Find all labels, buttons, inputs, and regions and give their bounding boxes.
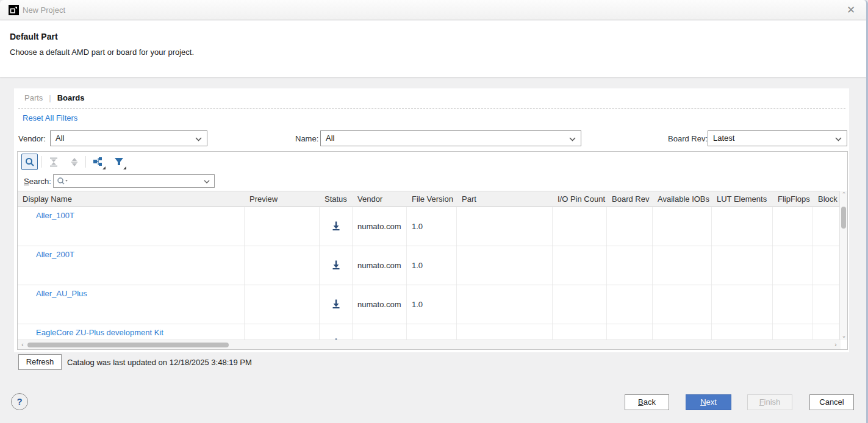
scroll-down-icon[interactable]: ⌄ — [840, 332, 848, 340]
board-rev-cell — [607, 324, 653, 340]
download-icon[interactable] — [331, 221, 341, 230]
help-button[interactable]: ? — [11, 393, 28, 410]
preview-cell — [245, 207, 320, 246]
tab-separator: | — [49, 93, 51, 102]
flipflops-cell — [773, 324, 813, 340]
vertical-scrollbar[interactable]: ⌃ ⌄ — [839, 191, 847, 340]
board-rev-cell — [607, 246, 653, 285]
cancel-button[interactable]: Cancel — [809, 394, 854, 410]
board-rev-select-value: Latest — [713, 133, 734, 143]
name-select[interactable]: All — [320, 130, 581, 146]
column-header-available-iobs[interactable]: Available IOBs — [653, 191, 712, 206]
filter-row: Vendor: All Name: All Board Rev: Latest — [14, 130, 849, 146]
catalog-updated-text: Catalog was last updated on 12/18/2025 3… — [67, 358, 252, 367]
chevron-down-icon — [569, 137, 576, 141]
board-rev-label: Board Rev: — [668, 134, 708, 143]
io-pin-count-cell — [553, 207, 607, 246]
column-header-block-rams[interactable]: Block R — [813, 191, 841, 206]
status-cell — [320, 246, 353, 285]
board-rev-cell — [607, 285, 653, 324]
table-row[interactable]: EagleCore ZU-Plus development Kit — [18, 324, 841, 340]
back-button[interactable]: Back — [625, 394, 669, 410]
page-title: Default Part — [10, 32, 58, 41]
column-header-lut-elements[interactable]: LUT Elements — [712, 191, 773, 206]
tab-parts[interactable]: Parts — [24, 93, 43, 102]
vendor-select-value: All — [56, 133, 64, 143]
preview-cell — [245, 285, 320, 324]
dropdown-corner-triangle — [123, 166, 126, 169]
column-header-status[interactable]: Status — [320, 191, 353, 206]
tab-boards[interactable]: Boards — [57, 93, 85, 102]
column-header-board-rev[interactable]: Board Rev — [607, 191, 653, 206]
lut-elements-cell — [712, 324, 773, 340]
board-name-link[interactable]: EagleCore ZU-Plus development Kit — [36, 328, 163, 337]
column-header-preview[interactable]: Preview — [245, 191, 320, 206]
block-rams-cell — [813, 207, 841, 246]
chevron-down-icon — [195, 137, 202, 141]
close-icon[interactable]: ✕ — [844, 4, 858, 17]
status-cell — [320, 285, 353, 324]
lut-elements-cell — [712, 246, 773, 285]
download-icon[interactable] — [331, 260, 341, 269]
vendor-cell: numato.com — [353, 207, 407, 246]
horizontal-scrollbar[interactable]: ‹ › — [18, 339, 841, 349]
display-name-cell: Aller_200T — [18, 246, 245, 285]
scroll-left-icon[interactable]: ‹ — [18, 341, 27, 349]
table-body: Aller_100T numato.com 1.0 Aller_200T — [18, 207, 841, 340]
board-name-link[interactable]: Aller_200T — [36, 250, 74, 259]
table-row[interactable]: Aller_AU_Plus numato.com 1.0 — [18, 285, 841, 324]
vendor-label: Vendor: — [18, 134, 46, 143]
scroll-right-icon[interactable]: › — [831, 341, 840, 349]
main-panel: Parts|Boards Reset All Filters Vendor: A… — [14, 88, 849, 352]
flipflops-cell — [773, 285, 813, 324]
board-rev-select[interactable]: Latest — [708, 130, 847, 146]
expand-all-button[interactable] — [66, 154, 82, 170]
file-version-value: 1.0 — [412, 261, 423, 270]
table-row[interactable]: Aller_100T numato.com 1.0 — [18, 207, 841, 246]
available-iobs-cell — [653, 246, 712, 285]
file-version-cell: 1.0 — [407, 285, 457, 324]
vendor-cell — [353, 324, 407, 340]
collapse-all-button[interactable] — [45, 154, 62, 170]
column-header-display-name[interactable]: Display Name — [18, 191, 245, 206]
preview-cell — [245, 246, 320, 285]
preview-cell — [245, 324, 320, 340]
board-name-link[interactable]: Aller_100T — [36, 211, 74, 220]
column-header-file-version[interactable]: File Version — [407, 191, 457, 206]
display-name-cell: EagleCore ZU-Plus development Kit — [18, 324, 245, 340]
search-toggle-button[interactable] — [21, 154, 38, 170]
block-rams-cell — [813, 285, 841, 324]
vertical-scrollbar-thumb[interactable] — [841, 207, 846, 229]
dashed-divider — [18, 108, 845, 108]
vendor-value: numato.com — [357, 261, 401, 270]
name-select-value: All — [326, 133, 334, 143]
column-header-part[interactable]: Part — [457, 191, 553, 206]
column-header-vendor[interactable]: Vendor — [353, 191, 407, 206]
wizard-header: Default Part Choose a default AMD part o… — [0, 21, 866, 77]
search-input[interactable] — [53, 174, 215, 188]
column-header-io-pin-count[interactable]: I/O Pin Count — [553, 191, 607, 206]
horizontal-scrollbar-thumb[interactable] — [27, 343, 229, 347]
next-button[interactable]: Next — [686, 394, 731, 410]
vendor-cell: numato.com — [353, 246, 407, 285]
finish-button[interactable]: Finish — [747, 394, 792, 410]
scroll-up-icon[interactable]: ⌃ — [840, 191, 848, 199]
reset-all-filters-link[interactable]: Reset All Filters — [23, 113, 77, 123]
part-cell — [457, 324, 553, 340]
toolbar-separator — [41, 156, 42, 168]
refresh-button[interactable]: Refresh — [18, 354, 62, 370]
download-icon[interactable] — [331, 299, 341, 308]
group-by-button[interactable] — [90, 154, 106, 170]
vendor-value: numato.com — [357, 300, 401, 309]
vendor-select[interactable]: All — [50, 130, 207, 146]
table-row[interactable]: Aller_200T numato.com 1.0 — [18, 246, 841, 285]
file-version-cell: 1.0 — [407, 207, 457, 246]
name-label: Name: — [295, 134, 318, 143]
filter-button[interactable] — [110, 154, 127, 170]
search-label: Search: — [24, 177, 51, 186]
block-rams-cell — [813, 324, 841, 340]
column-header-flipflops[interactable]: FlipFlops — [773, 191, 813, 206]
display-name-cell: Aller_AU_Plus — [18, 285, 245, 324]
block-rams-cell — [813, 246, 841, 285]
board-name-link[interactable]: Aller_AU_Plus — [36, 289, 87, 298]
